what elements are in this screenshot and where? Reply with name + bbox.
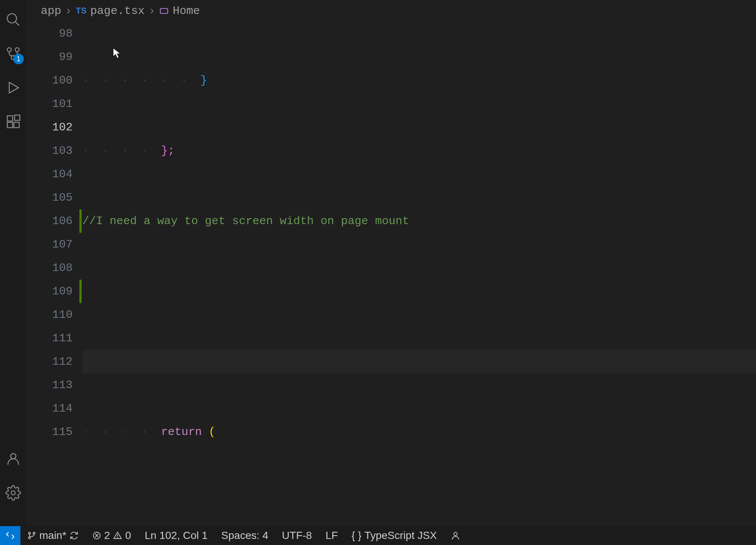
- language-mode-status[interactable]: { } TypeScript JSX: [345, 530, 444, 542]
- status-bar: main* 2 0 Ln 102, Col 1 Spaces: 4 UTF-8 …: [0, 526, 756, 545]
- code-editor[interactable]: 98 99 100 101 102 103 104 105 106 107 10…: [26, 22, 756, 526]
- braces-icon: { }: [352, 530, 361, 542]
- svg-rect-9: [15, 115, 20, 121]
- svg-point-2: [7, 48, 11, 52]
- svg-point-11: [11, 491, 15, 495]
- chevron-right-icon: ›: [65, 5, 72, 17]
- indentation-status[interactable]: Spaces: 4: [214, 530, 275, 542]
- svg-rect-12: [160, 9, 168, 14]
- error-icon: [92, 531, 101, 540]
- svg-point-14: [33, 533, 35, 534]
- line-number-gutter: 98 99 100 101 102 103 104 105 106 107 10…: [26, 22, 79, 444]
- accounts-icon[interactable]: [5, 451, 22, 467]
- scm-badge: 1: [13, 54, 24, 64]
- cursor-position-status[interactable]: Ln 102, Col 1: [138, 530, 215, 542]
- mouse-cursor-icon: [113, 48, 121, 59]
- svg-point-20: [118, 537, 118, 538]
- extensions-icon[interactable]: [5, 113, 22, 130]
- git-branch-status[interactable]: main*: [20, 530, 85, 542]
- code-content[interactable]: · · · · · · } · · · · }; //I need a way …: [82, 22, 756, 526]
- svg-point-10: [11, 454, 16, 459]
- breadcrumb-file[interactable]: page.tsx: [90, 5, 145, 17]
- breadcrumb[interactable]: app › TS page.tsx › Home: [26, 0, 756, 22]
- svg-line-1: [15, 22, 19, 26]
- settings-gear-icon[interactable]: [5, 485, 22, 501]
- svg-marker-5: [9, 82, 19, 93]
- search-icon[interactable]: [5, 11, 22, 28]
- svg-rect-8: [14, 122, 19, 128]
- svg-point-0: [7, 14, 17, 23]
- eol-status[interactable]: LF: [319, 530, 345, 542]
- symbol-module-icon: [159, 6, 169, 16]
- feedback-icon[interactable]: [444, 531, 467, 540]
- warning-icon: [113, 531, 122, 540]
- breadcrumb-folder[interactable]: app: [41, 5, 61, 17]
- remote-indicator[interactable]: [0, 526, 20, 545]
- source-control-icon[interactable]: 1: [5, 45, 22, 62]
- svg-rect-7: [7, 122, 12, 128]
- svg-point-3: [15, 48, 19, 52]
- typescript-file-icon: TS: [76, 6, 87, 16]
- svg-point-21: [454, 532, 457, 536]
- encoding-status[interactable]: UTF-8: [275, 530, 319, 542]
- sync-icon[interactable]: [70, 531, 79, 540]
- chevron-right-icon: ›: [149, 5, 155, 17]
- run-debug-icon[interactable]: [5, 79, 22, 96]
- activity-bar: 1: [0, 0, 26, 545]
- problems-status[interactable]: 2 0: [85, 530, 138, 542]
- svg-rect-6: [7, 116, 12, 121]
- breadcrumb-symbol[interactable]: Home: [173, 5, 200, 17]
- svg-point-15: [29, 537, 31, 539]
- svg-point-13: [29, 533, 31, 534]
